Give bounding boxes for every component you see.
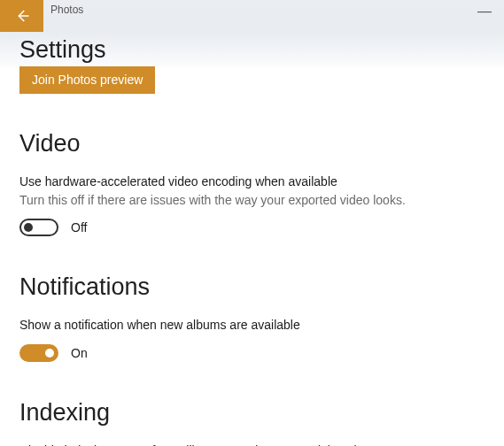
- notifications-toggle[interactable]: [19, 344, 58, 362]
- page-title: Settings: [19, 36, 106, 64]
- section-video: Video Use hardware-accelerated video enc…: [19, 130, 485, 236]
- join-preview-button[interactable]: Join Photos preview: [19, 66, 155, 94]
- minimize-button[interactable]: —: [469, 0, 500, 23]
- notifications-toggle-state: On: [71, 346, 88, 360]
- section-notifications: Notifications Show a notification when n…: [19, 273, 485, 361]
- notifications-heading: Notifications: [19, 273, 485, 301]
- notifications-option-label: Show a notification when new albums are …: [19, 317, 485, 333]
- minimize-icon: —: [477, 4, 492, 19]
- video-heading: Video: [19, 130, 485, 158]
- title-bar: Photos —: [0, 0, 504, 32]
- video-toggle[interactable]: [19, 219, 58, 236]
- indexing-heading: Indexing: [19, 399, 485, 427]
- notifications-toggle-row: On: [19, 344, 485, 362]
- video-toggle-row: Off: [19, 219, 485, 236]
- section-indexing: Indexing Disable indexing parts of your …: [19, 399, 485, 446]
- video-toggle-state: Off: [71, 220, 87, 235]
- indexing-option-label: Disable indexing parts of your library s…: [19, 442, 485, 446]
- video-option-desc: Turn this off if there are issues with t…: [19, 192, 485, 208]
- settings-content: Join Photos preview Video Use hardware-a…: [0, 67, 504, 446]
- back-arrow-icon: [14, 8, 30, 24]
- back-button[interactable]: [0, 0, 43, 32]
- toggle-knob: [45, 349, 54, 358]
- toggle-knob: [24, 223, 33, 232]
- page-header: Settings: [0, 32, 504, 67]
- app-title: Photos: [43, 0, 83, 16]
- video-option-label: Use hardware-accelerated video encoding …: [19, 173, 485, 189]
